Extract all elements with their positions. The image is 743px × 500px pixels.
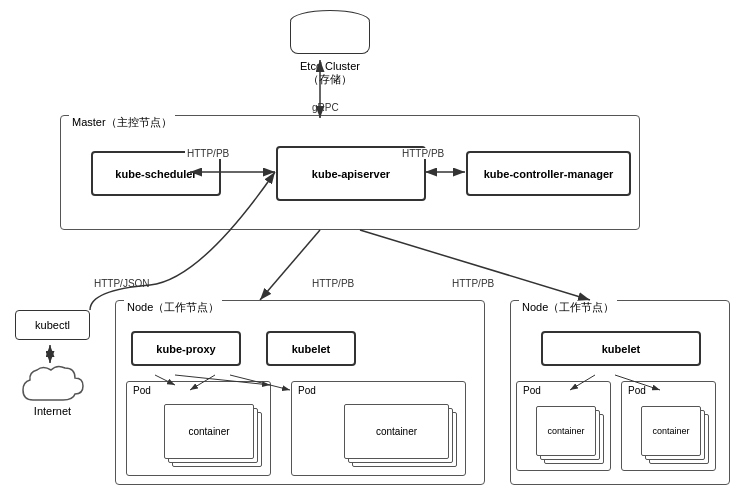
master-box: Master（主控节点） kube-scheduler kube-apiserv…	[60, 115, 640, 230]
node-right-box: Node（工作节点） kubelet Pod container Pod con…	[510, 300, 730, 485]
master-label: Master（主控节点）	[69, 115, 175, 130]
svg-line-5	[260, 230, 320, 300]
etcd-label: Etcd Cluster （存储）	[280, 60, 380, 87]
http-json-label: HTTP/JSON	[92, 278, 152, 289]
pod3-group: Pod container	[516, 381, 611, 471]
container3-box1: container	[536, 406, 596, 456]
internet-label: Internet	[10, 405, 95, 417]
internet-cloud: Internet	[10, 360, 95, 420]
kube-controller-manager-box: kube-controller-manager	[466, 151, 631, 196]
cloud-icon	[13, 360, 93, 410]
container1-box1: container	[164, 404, 254, 459]
http-pb2-label: HTTP/PB	[400, 148, 446, 159]
kubectl-box: kubectl	[15, 310, 90, 340]
http-pb3-label: HTTP/PB	[310, 278, 356, 289]
kube-proxy-box: kube-proxy	[131, 331, 241, 366]
node-left-box: Node（工作节点） kube-proxy kubelet Pod contai…	[115, 300, 485, 485]
etcd-cluster: Etcd Cluster （存储）	[280, 10, 380, 87]
svg-line-6	[360, 230, 590, 300]
pod2-group: Pod container	[291, 381, 466, 476]
container2-box1: container	[344, 404, 449, 459]
diagram: Etcd Cluster （存储） Master（主控节点） kube-sche…	[0, 0, 743, 500]
pod4-group: Pod container	[621, 381, 716, 471]
pod1-group: Pod container	[126, 381, 271, 476]
http-pb4-label: HTTP/PB	[450, 278, 496, 289]
etcd-cylinder-body	[290, 22, 370, 54]
kubelet-right-box: kubelet	[541, 331, 701, 366]
container4-box1: container	[641, 406, 701, 456]
grpc-label: gRPC	[310, 102, 341, 113]
kubelet-left-box: kubelet	[266, 331, 356, 366]
etcd-cylinder	[290, 10, 370, 55]
http-pb1-label: HTTP/PB	[185, 148, 231, 159]
